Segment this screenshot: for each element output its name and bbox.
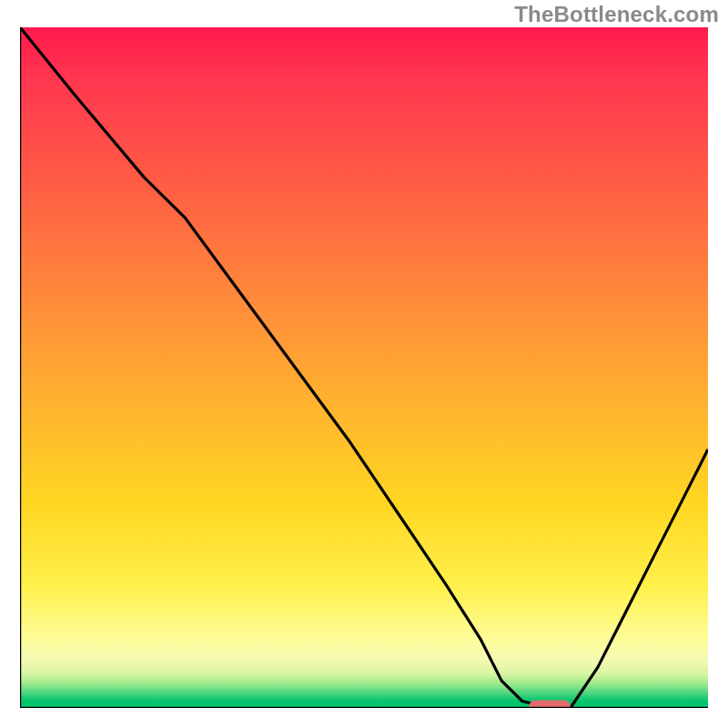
plot-area xyxy=(20,27,708,708)
chart-container: TheBottleneck.com xyxy=(0,0,728,728)
bottleneck-curve xyxy=(20,27,708,708)
watermark-text: TheBottleneck.com xyxy=(514,2,719,27)
optimal-point-marker xyxy=(529,701,570,709)
curve-layer xyxy=(20,27,708,708)
